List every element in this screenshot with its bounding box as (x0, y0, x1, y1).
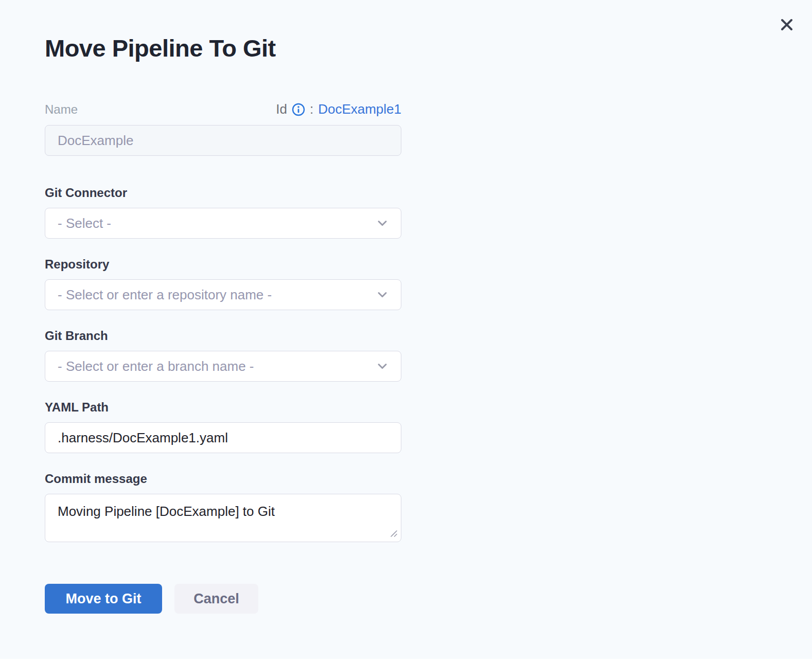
cancel-button[interactable]: Cancel (174, 584, 258, 614)
yaml-path-input[interactable] (45, 422, 401, 453)
git-connector-label: Git Connector (45, 186, 401, 200)
id-separator: : (310, 101, 313, 117)
commit-message-label: Commit message (45, 472, 401, 486)
name-input[interactable] (45, 125, 401, 156)
git-connector-select[interactable] (45, 208, 401, 239)
chevron-down-icon[interactable] (376, 217, 389, 230)
id-label: Id (276, 101, 287, 117)
info-icon[interactable] (292, 103, 305, 116)
git-branch-input[interactable] (45, 351, 401, 382)
move-pipeline-to-git-dialog: Move Pipeline To Git Name Id : DocExampl… (0, 0, 812, 659)
chevron-down-icon[interactable] (376, 288, 389, 301)
pipeline-id-value: DocExample1 (318, 101, 401, 117)
close-button[interactable] (778, 15, 796, 34)
git-branch-select[interactable] (45, 351, 401, 382)
repository-label: Repository (45, 257, 401, 272)
move-to-git-button[interactable]: Move to Git (45, 584, 162, 614)
name-label: Name (45, 102, 78, 117)
resize-grip-icon[interactable] (390, 530, 398, 537)
pipeline-id-row: Id : DocExample1 (276, 101, 401, 117)
repository-input[interactable] (45, 279, 401, 310)
yaml-path-label: YAML Path (45, 400, 401, 415)
git-branch-label: Git Branch (45, 329, 401, 343)
page-title: Move Pipeline To Git (45, 34, 401, 62)
git-connector-input[interactable] (45, 208, 401, 239)
repository-select[interactable] (45, 279, 401, 310)
commit-message-textarea[interactable]: Moving Pipeline [DocExample] to Git (45, 494, 401, 542)
chevron-down-icon[interactable] (376, 360, 389, 373)
close-icon (779, 16, 795, 33)
